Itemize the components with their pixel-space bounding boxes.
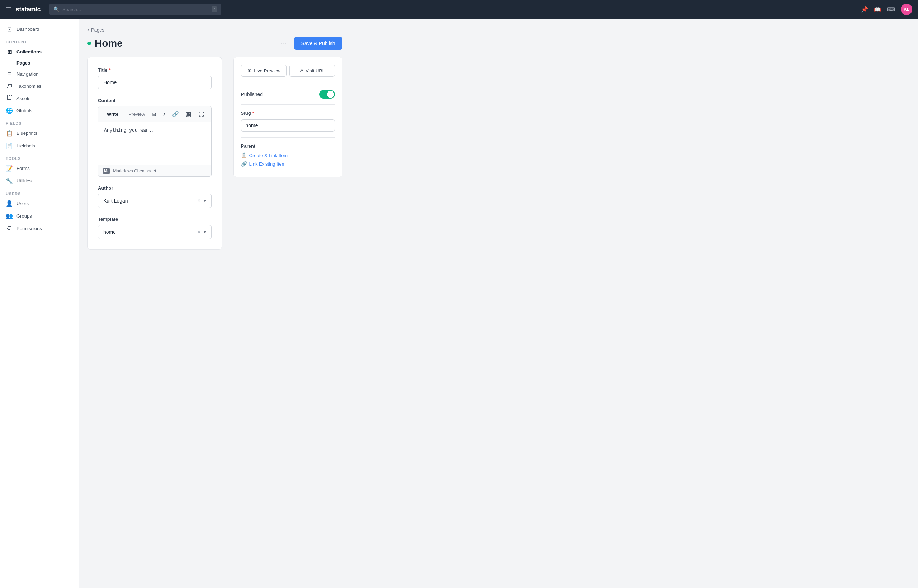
section-users: USERS [0,187,79,197]
topbar-actions: 📌 📖 ⌨ KL [861,3,912,15]
live-preview-button[interactable]: 👁 Live Preview [241,65,286,77]
search-bar: 🔍 / [49,3,221,15]
breadcrumb[interactable]: ‹ Pages [87,27,343,32]
sidebar-item-label: Dashboard [16,26,39,32]
sidebar-item-label: Forms [16,166,30,171]
author-field: Author Kurt Logan × ▾ [98,185,212,208]
published-toggle[interactable] [319,90,335,99]
topbar: ☰ statamic 🔍 / 📌 📖 ⌨ KL [0,0,918,19]
breadcrumb-label: Pages [91,27,104,32]
sidebar-item-label: Blueprints [16,131,37,136]
template-clear-button[interactable]: × [196,229,202,235]
markdown-cheatsheet-link[interactable]: M↓ Markdown Cheatsheet [98,165,211,176]
sidebar-item-permissions[interactable]: 🛡 Permissions [0,222,79,234]
fieldsets-icon: 📄 [6,142,13,149]
sidebar-item-globals[interactable]: 🌐 Globals [0,104,79,117]
select-actions: × ▾ [196,197,206,204]
sidebar-item-assets[interactable]: 🖼 Assets [0,92,79,104]
forms-icon: 📝 [6,165,13,172]
author-value: Kurt Logan [103,198,196,204]
bold-button[interactable]: B [150,109,159,119]
navigation-icon: ≡ [6,71,13,77]
title-required: * [109,68,111,73]
link-existing-icon: 🔗 [241,161,247,167]
template-value: home [103,229,196,235]
slug-section: Slug * [241,110,335,132]
template-chevron-icon[interactable]: ▾ [204,229,206,235]
tab-preview[interactable]: Preview [124,110,149,118]
panel-divider-1 [241,84,335,84]
panel-divider-3 [241,137,335,138]
author-clear-button[interactable]: × [196,197,202,204]
sidebar-item-navigation[interactable]: ≡ Navigation [0,68,79,80]
tab-write[interactable]: Write [103,110,123,118]
book-icon[interactable]: 📖 [874,6,881,13]
visit-url-button[interactable]: ↗ Visit URL [289,65,335,77]
permissions-icon: 🛡 [6,225,13,232]
author-select[interactable]: Kurt Logan × ▾ [98,194,212,208]
page-title-row: Home [87,38,123,49]
sidebar-item-utilities[interactable]: 🔧 Utilities [0,174,79,187]
save-publish-button[interactable]: Save & Publish [294,37,343,50]
panel-actions: 👁 Live Preview ↗ Visit URL [241,65,335,77]
editor-container: Write Preview B I 🔗 🖼 ⛶ [98,106,212,177]
pin-icon[interactable]: 📌 [861,6,868,13]
fullscreen-button[interactable]: ⛶ [196,109,207,119]
sidebar-item-label: Groups [16,213,32,219]
search-icon: 🔍 [53,6,60,12]
sidebar-item-fieldsets[interactable]: 📄 Fieldsets [0,139,79,152]
page-header-actions: ··· Save & Publish [278,37,343,50]
author-chevron-icon[interactable]: ▾ [204,198,206,204]
create-link-icon: 📋 [241,152,247,158]
sidebar-item-label: Utilities [16,178,32,184]
create-link-item-button[interactable]: 📋 Create & Link Item [241,152,335,158]
terminal-icon[interactable]: ⌨ [887,6,895,13]
sidebar-item-forms[interactable]: 📝 Forms [0,162,79,174]
author-label: Author [98,185,212,191]
editor-tab-group: Write Preview [103,110,150,118]
section-fields: FIELDS [0,117,79,127]
app-logo: statamic [16,6,40,13]
sidebar-item-label: Assets [16,96,31,101]
toggle-knob [327,91,334,98]
title-input[interactable] [98,76,212,89]
search-shortcut: / [212,6,217,12]
link-existing-item-button[interactable]: 🔗 Link Existing Item [241,161,335,167]
image-button[interactable]: 🖼 [183,109,194,119]
editor-toolbar: B I 🔗 🖼 ⛶ [150,109,207,119]
content-field: Content Write Preview B I [98,98,212,177]
sidebar-item-label: Globals [16,108,32,113]
parent-label: Parent [241,144,335,149]
search-input[interactable] [62,7,209,12]
editor-body[interactable]: Anything you want. [98,122,211,165]
slug-label: Slug * [241,110,335,116]
italic-button[interactable]: I [160,109,168,119]
sidebar-item-label: Navigation [16,71,38,77]
section-content: CONTENT [0,36,79,45]
sidebar-item-users[interactable]: 👤 Users [0,197,79,210]
slug-input[interactable] [241,120,335,132]
taxonomies-icon: 🏷 [6,83,13,89]
sidebar-item-groups[interactable]: 👥 Groups [0,210,79,222]
live-preview-icon: 👁 [247,68,252,73]
sidebar-item-label: Collections [16,49,42,55]
page-title: Home [95,38,123,49]
utilities-icon: 🔧 [6,178,13,184]
template-select[interactable]: home × ▾ [98,225,212,239]
sidebar-item-collections[interactable]: ⊞ Collections [0,45,79,58]
content-layout: Title * Content Write [87,57,343,255]
link-button[interactable]: 🔗 [169,109,182,119]
sidebar-item-blueprints[interactable]: 📋 Blueprints [0,127,79,139]
menu-icon[interactable]: ☰ [6,5,11,13]
sidebar-item-pages[interactable]: Pages [0,58,79,68]
users-icon: 👤 [6,200,13,207]
panel-card: 👁 Live Preview ↗ Visit URL Published [233,57,343,177]
assets-icon: 🖼 [6,95,13,102]
user-avatar[interactable]: KL [901,3,912,15]
sidebar-item-dashboard[interactable]: ⊡ Dashboard [0,23,79,36]
globals-icon: 🌐 [6,107,13,114]
sidebar-item-taxonomies[interactable]: 🏷 Taxonomies [0,80,79,92]
more-actions-button[interactable]: ··· [278,38,290,49]
panel-divider-2 [241,104,335,105]
sidebar-item-label: Permissions [16,226,42,231]
